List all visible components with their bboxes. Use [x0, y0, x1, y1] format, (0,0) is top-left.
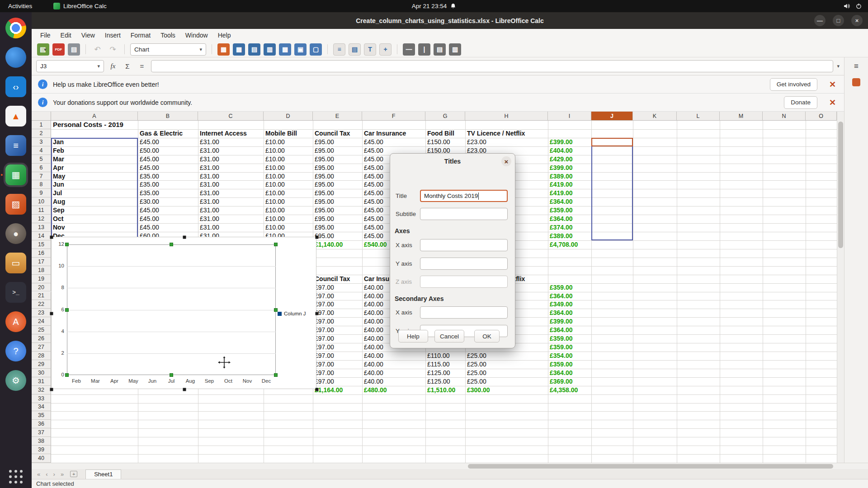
- row-header-22[interactable]: 22: [32, 300, 51, 309]
- cell-b5[interactable]: £45.00: [140, 155, 159, 164]
- cell-e24[interactable]: £97.00: [315, 317, 334, 326]
- menu-help[interactable]: Help: [213, 29, 236, 42]
- cell-i32[interactable]: £4,358.00: [550, 386, 578, 394]
- cell-i10[interactable]: £364.00: [550, 197, 573, 206]
- column-header-k[interactable]: K: [633, 112, 677, 121]
- chart-object-handle[interactable]: [50, 388, 53, 391]
- cell-i13[interactable]: £374.00: [550, 223, 573, 232]
- dialog-input-title-0[interactable]: Monthly Costs 2019: [420, 190, 508, 202]
- equals-button[interactable]: =: [137, 62, 147, 70]
- row-header-39[interactable]: 39: [32, 446, 51, 454]
- cell-c6[interactable]: £31.00: [200, 164, 219, 172]
- calc-icon[interactable]: ▦: [5, 164, 26, 185]
- cell-i28[interactable]: £354.00: [550, 352, 573, 360]
- cell-a1[interactable]: Personal Costs - 2019: [53, 121, 123, 129]
- cell-i14[interactable]: £389.00: [550, 232, 573, 240]
- cell-c7[interactable]: £31.00: [200, 172, 219, 181]
- cell-d9[interactable]: £10.00: [265, 189, 285, 197]
- x-grid-icon[interactable]: ▤: [434, 43, 446, 56]
- menu-insert[interactable]: Insert: [100, 29, 126, 42]
- cell-f32[interactable]: £480.00: [364, 386, 387, 394]
- row-header-3[interactable]: 3: [32, 138, 51, 146]
- system-tray[interactable]: [844, 0, 862, 12]
- impress-icon[interactable]: ▨: [5, 194, 26, 215]
- cell-e13[interactable]: £95.00: [315, 223, 334, 232]
- cell-i31[interactable]: £369.00: [550, 377, 573, 386]
- column-header-n[interactable]: N: [763, 112, 806, 121]
- menu-edit[interactable]: Edit: [56, 29, 76, 42]
- chart-selection-handle[interactable]: [170, 243, 173, 246]
- cell-d10[interactable]: £10.00: [265, 197, 285, 206]
- terminal-icon[interactable]: >_: [5, 282, 26, 303]
- column-header-g[interactable]: G: [425, 112, 465, 121]
- maximize-button[interactable]: □: [833, 15, 844, 26]
- row-header-11[interactable]: 11: [32, 206, 51, 215]
- style-combobox[interactable]: Chart▾: [130, 43, 206, 56]
- chart-selection-handle[interactable]: [274, 308, 278, 312]
- x-axis-icon[interactable]: —: [403, 43, 415, 56]
- cell-h2[interactable]: TV Licence / Netflix: [467, 129, 525, 138]
- cell-e7[interactable]: £95.00: [315, 172, 334, 181]
- vscode-icon[interactable]: ‹›: [5, 76, 26, 97]
- row-header-30[interactable]: 30: [32, 369, 51, 377]
- dialog-titlebar[interactable]: Titles ×: [390, 154, 515, 169]
- cell-e22[interactable]: £97.00: [315, 300, 334, 309]
- cell-f9[interactable]: £45.00: [364, 189, 383, 197]
- cell-e20[interactable]: £97.00: [315, 283, 334, 292]
- sheet-tab-sheet1[interactable]: Sheet1: [85, 469, 121, 479]
- cell-e12[interactable]: £95.00: [315, 215, 334, 223]
- expand-formula-bar-icon[interactable]: ▾: [837, 63, 840, 69]
- row-header-29[interactable]: 29: [32, 360, 51, 369]
- cell-f5[interactable]: £45.00: [364, 155, 383, 164]
- formula-input[interactable]: [151, 60, 833, 72]
- dialog-input-y-axis-4[interactable]: [420, 258, 508, 270]
- cancel-button[interactable]: Cancel: [434, 330, 464, 343]
- cell-d11[interactable]: £10.00: [265, 206, 285, 215]
- column-header-j[interactable]: J: [591, 112, 633, 121]
- legend-on-off-icon[interactable]: ▤: [349, 43, 361, 56]
- cell-i5[interactable]: £429.00: [550, 155, 573, 164]
- column-header-h[interactable]: H: [465, 112, 548, 121]
- format-selection-icon[interactable]: ▣: [294, 43, 307, 56]
- cell-g30[interactable]: £125.00: [427, 369, 450, 377]
- cell-d5[interactable]: £10.00: [265, 155, 285, 164]
- cell-b3[interactable]: £45.00: [140, 138, 159, 146]
- cell-i24[interactable]: £399.00: [550, 317, 573, 326]
- y-grid-icon[interactable]: ▥: [449, 43, 461, 56]
- row-header-33[interactable]: 33: [32, 394, 51, 403]
- cell-g31[interactable]: £125.00: [427, 377, 450, 386]
- export-pdf-icon[interactable]: PDF: [52, 43, 65, 56]
- row-header-35[interactable]: 35: [32, 411, 51, 420]
- cell-e26[interactable]: £97.00: [315, 334, 334, 343]
- row-header-27[interactable]: 27: [32, 343, 51, 352]
- cell-i26[interactable]: £359.00: [550, 334, 573, 343]
- undo-icon[interactable]: ↶: [91, 43, 104, 56]
- cell-i4[interactable]: £404.00: [550, 146, 573, 155]
- menu-view[interactable]: View: [76, 29, 100, 42]
- cell-e30[interactable]: £97.00: [315, 369, 334, 377]
- row-header-15[interactable]: 15: [32, 240, 51, 249]
- cell-f4[interactable]: £45.00: [364, 146, 383, 155]
- sum-button[interactable]: Σ: [122, 62, 133, 70]
- cell-i23[interactable]: £364.00: [550, 309, 573, 317]
- name-box[interactable]: J3▾: [36, 60, 104, 72]
- chrome-icon[interactable]: [5, 18, 26, 38]
- cell-c12[interactable]: £31.00: [200, 215, 219, 223]
- cell-d7[interactable]: £10.00: [265, 172, 285, 181]
- cell-b11[interactable]: £45.00: [140, 206, 159, 215]
- cell-f23[interactable]: £40.00: [364, 309, 383, 317]
- infobar-close-icon[interactable]: ✕: [829, 80, 836, 89]
- row-header-25[interactable]: 25: [32, 326, 51, 334]
- donate-button[interactable]: Donate: [784, 96, 817, 109]
- row-header-26[interactable]: 26: [32, 334, 51, 343]
- cell-d2[interactable]: Mobile Bill: [265, 129, 297, 138]
- get-involved-button[interactable]: Get involved: [770, 78, 817, 91]
- cell-i20[interactable]: £359.00: [550, 283, 573, 292]
- cell-g32[interactable]: £1,510.00: [427, 386, 455, 394]
- cell-f15[interactable]: £540.00: [364, 240, 387, 249]
- cell-e8[interactable]: £95.00: [315, 180, 334, 189]
- cell-f26[interactable]: £40.00: [364, 334, 383, 343]
- cell-h3[interactable]: £23.00: [467, 138, 486, 146]
- help-button[interactable]: Help: [398, 330, 428, 343]
- cell-b10[interactable]: £30.00: [140, 197, 159, 206]
